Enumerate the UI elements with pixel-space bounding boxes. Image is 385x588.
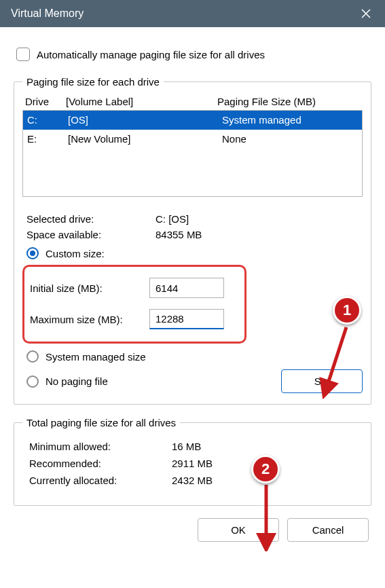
paging-per-drive-legend: Paging file size for each drive xyxy=(22,76,164,88)
cancel-button[interactable]: Cancel xyxy=(287,518,369,542)
no-paging-radio[interactable] xyxy=(26,375,39,388)
currently-allocated-label: Currently allocated: xyxy=(29,475,172,486)
recommended-value: 2911 MB xyxy=(172,458,213,469)
custom-size-label: Custom size: xyxy=(45,248,105,259)
drive-volume-label: [New Volume] xyxy=(68,131,222,147)
close-icon xyxy=(361,8,371,19)
titlebar: Virtual Memory xyxy=(0,0,385,27)
no-paging-label: No paging file xyxy=(45,375,108,387)
custom-size-radio[interactable] xyxy=(26,247,39,259)
drive-paging-size: System managed xyxy=(222,112,358,128)
space-available-value: 84355 MB xyxy=(155,229,202,240)
selected-drive-value: C: [OS] xyxy=(155,213,189,225)
drive-row[interactable]: E: [New Volume] None xyxy=(23,130,362,149)
totals-group: Total paging file size for all drives Mi… xyxy=(14,417,371,506)
totals-legend: Total paging file size for all drives xyxy=(22,417,180,428)
window-title: Virtual Memory xyxy=(11,7,84,20)
annotation-arrow-1 xyxy=(319,325,360,399)
system-managed-label: System managed size xyxy=(45,351,146,363)
annotation-marker-1: 1 xyxy=(333,296,361,325)
drive-row[interactable]: C: [OS] System managed xyxy=(23,111,362,130)
maximum-size-label: Maximum size (MB): xyxy=(30,314,149,325)
min-allowed-value: 16 MB xyxy=(172,441,201,452)
drive-list-header: Drive [Volume Label] Paging File Size (M… xyxy=(22,94,363,110)
annotation-marker-2: 2 xyxy=(251,455,280,483)
auto-manage-checkbox[interactable] xyxy=(16,48,30,61)
drive-letter: C: xyxy=(27,112,68,128)
recommended-label: Recommended: xyxy=(29,458,172,469)
header-volume-label: [Volume Label] xyxy=(66,96,217,107)
header-paging-size: Paging File Size (MB) xyxy=(217,96,360,107)
drive-paging-size: None xyxy=(222,131,358,147)
drive-letter: E: xyxy=(27,131,68,147)
highlight-annotation: Initial size (MB): Maximum size (MB): xyxy=(22,265,246,344)
paging-per-drive-group: Paging file size for each drive Drive [V… xyxy=(14,76,371,405)
drive-list[interactable]: C: [OS] System managed E: [New Volume] N… xyxy=(22,110,363,197)
currently-allocated-value: 2432 MB xyxy=(172,475,213,486)
min-allowed-label: Minimum allowed: xyxy=(29,441,172,452)
drive-volume-label: [OS] xyxy=(68,112,222,128)
maximum-size-input[interactable] xyxy=(149,309,224,329)
close-button[interactable] xyxy=(358,5,374,22)
selected-drive-label: Selected drive: xyxy=(26,213,155,225)
initial-size-input[interactable] xyxy=(149,278,224,298)
header-drive: Drive xyxy=(25,96,66,107)
initial-size-label: Initial size (MB): xyxy=(30,282,149,294)
system-managed-radio[interactable] xyxy=(26,350,39,363)
space-available-label: Space available: xyxy=(26,229,155,240)
annotation-arrow-2 xyxy=(254,483,281,551)
auto-manage-label: Automatically manage paging file size fo… xyxy=(37,49,265,60)
